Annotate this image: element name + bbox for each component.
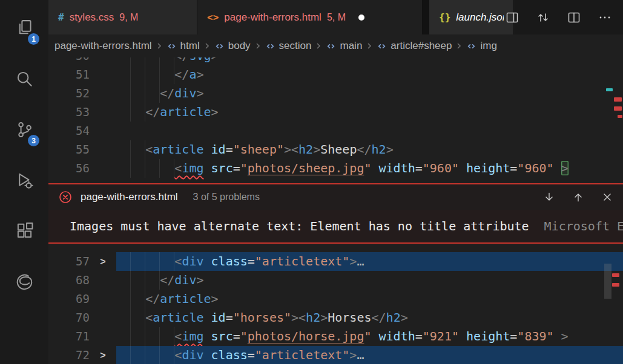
breadcrumb-item[interactable]: section [264,40,313,52]
code-text[interactable]: </div> [116,84,623,103]
code-line-56[interactable]: 56<img src="photos/sheep.jpg" width="960… [48,159,623,178]
line-number[interactable]: 71 [48,327,90,346]
next-problem-icon[interactable] [543,191,555,203]
code-text[interactable] [116,122,623,140]
code-line-68[interactable]: 68</div> [48,271,623,290]
code-token: img [182,329,203,343]
line-number[interactable]: 53 [48,103,90,122]
breadcrumb-item[interactable]: html [165,40,201,52]
code-text[interactable]: <article id="horses"><h2>Horses</h2> [116,308,623,327]
more-actions-icon[interactable] [598,10,612,25]
code-token: </ [145,291,160,306]
code-line-70[interactable]: 70<article id="horses"><h2>Horses</h2> [48,308,623,327]
code-token: article [160,291,211,306]
overview-error-mark [614,106,622,111]
toggle-layout-icon[interactable] [505,10,519,25]
activity-source-control[interactable]: 3 [0,104,48,155]
line-number[interactable]: 50 [48,57,90,65]
code-token: article [160,105,211,119]
code-text[interactable]: <img src="photos/horse.jpg" width="921" … [116,327,623,346]
code-token: > [561,161,569,175]
tab-problems-badge: 5, M [327,12,346,23]
line-number[interactable]: 68 [48,271,90,290]
breadcrumb-label: img [480,40,496,52]
code-line-50[interactable]: 50</svg> [48,57,623,65]
code-token: > [349,348,357,362]
code-text[interactable]: <div class="articletext">… [116,346,623,364]
tab-launch-json[interactable]: {} launch.json [429,0,514,34]
code-token: > [196,86,203,100]
code-text[interactable]: </article> [116,290,623,308]
breadcrumb-label: body [228,40,251,52]
code-token: img [182,161,203,175]
code-token [371,329,378,343]
activity-extensions[interactable] [0,206,48,256]
line-number[interactable]: 57 [48,252,90,271]
breadcrumb-item[interactable]: page-with-errors.html [53,40,153,52]
code-text[interactable]: </a> [116,65,623,84]
code-token: Horses [328,310,371,325]
breadcrumb-item[interactable]: body [213,40,252,52]
activity-run-debug[interactable] [0,155,48,206]
file-path-link[interactable]: photos/sheep.jpg [248,161,364,175]
line-number[interactable]: 55 [48,140,90,159]
breadcrumb-item[interactable]: main [325,40,363,52]
code-line-69[interactable]: 69</article> [48,290,623,308]
code-text[interactable]: <img src="photos/sheep.jpg" width="960" … [116,159,623,178]
tab-page-with-errors[interactable]: <> page-with-errors.html 5, M [197,0,423,34]
tab-styles-css[interactable]: # styles.css 9, M [48,0,197,34]
line-number[interactable]: 56 [48,159,90,178]
code-text[interactable]: <article id="sheep"><h2>Sheep</h2> [116,140,623,159]
code-line-57[interactable]: 57><div class="articletext">… [48,252,623,271]
unsaved-changes-dot[interactable] [358,15,364,21]
code-line-72[interactable]: 72><div class="articletext">… [48,346,623,364]
code-token: > [313,142,320,157]
line-number[interactable]: 70 [48,308,90,327]
chevron-right-icon [253,41,263,51]
line-number[interactable]: 52 [48,84,90,103]
line-number[interactable]: 69 [48,290,90,308]
scrollbar-thumb[interactable] [604,264,611,299]
code-text[interactable]: </article> [116,103,623,122]
problem-message: Images must have alternate text: Element… [70,219,529,233]
code-token: = [226,310,233,325]
code-token: class [211,254,248,268]
code-token: h2 [386,310,401,325]
fold-chevron-icon[interactable]: > [90,346,116,364]
code-text[interactable]: </div> [116,271,623,290]
breadcrumb-item[interactable]: article#sheep [375,40,453,52]
activity-search[interactable] [0,53,48,104]
fold-chevron-icon[interactable]: > [90,252,116,271]
code-line-51[interactable]: 51</a> [48,65,623,84]
file-path-link[interactable]: photos/horse.jpg [248,329,364,343]
previous-problem-icon[interactable] [572,191,584,203]
code-token: src [211,329,233,343]
line-number[interactable]: 51 [48,65,90,84]
code-token: >< [284,142,298,157]
symbol-element-icon [466,41,476,51]
activity-explorer[interactable]: 1 [0,2,48,53]
code-line-52[interactable]: 52</div> [48,84,623,103]
indent-guides [116,327,174,346]
code-line-71[interactable]: 71<img src="photos/horse.jpg" width="921… [48,327,623,346]
code-token: = [510,161,517,175]
code-line-54[interactable]: 54 [48,122,623,140]
close-peek-icon[interactable] [601,191,613,203]
indent-guides [116,252,174,271]
extensions-icon [15,221,35,241]
code-text[interactable]: </svg> [116,57,623,65]
line-number[interactable]: 54 [48,122,90,140]
code-text[interactable]: <div class="articletext">… [116,252,623,271]
split-editor-icon[interactable] [567,10,581,25]
code-line-53[interactable]: 53</article> [48,103,623,122]
symbol-element-icon [166,41,177,51]
activity-edge-devtools[interactable] [0,256,48,307]
compare-changes-icon[interactable] [536,10,550,25]
editor-group: # styles.css 9, M <> page-with-errors.ht… [48,0,623,364]
code-line-55[interactable]: 55<article id="sheep"><h2>Sheep</h2> [48,140,623,159]
breadcrumb-item[interactable]: img [465,40,498,52]
fold-gutter [90,159,116,178]
peek-message-row[interactable]: Images must have alternate text: Element… [48,210,623,242]
indent-guides [116,84,160,103]
line-number[interactable]: 72 [48,346,90,364]
